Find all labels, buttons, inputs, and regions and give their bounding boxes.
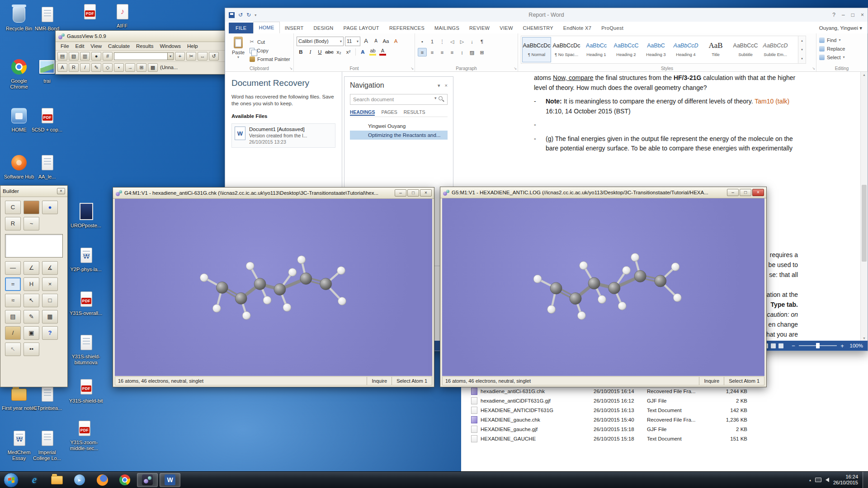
font-size-select[interactable]: 11▾ [345,37,360,46]
paragraph-button[interactable]: • [418,37,427,46]
cut-icon[interactable]: ✂ [186,52,196,61]
delete-atom-tool[interactable]: × [42,277,58,291]
half-select-tool[interactable]: ▣ [24,326,39,340]
desktop-icon-y31s-overall[interactable]: PDFY31S-overall... [69,290,103,316]
search-input[interactable] [350,94,448,105]
alignment-button[interactable]: ≡ [438,48,447,56]
ribbon-tab[interactable]: PAGE LAYOUT [339,23,384,33]
fragment-combo[interactable]: ▾ [114,52,174,60]
ring-tool-icon[interactable]: ◇ [103,63,113,72]
start-button[interactable] [4,473,19,488]
add-hydrogen-tool[interactable]: H [24,277,39,291]
inquire-mode[interactable]: Inquire [367,377,392,385]
minimize-button[interactable]: – [842,12,845,18]
ribbon-tab[interactable]: DESIGN [309,23,339,33]
zoom-out-button[interactable]: − [790,343,797,349]
file-row[interactable]: HEXADIENE_gauche.chk 26/10/2015 15:40 Re… [461,415,868,424]
file-row[interactable]: HEXADIENE_gauche.gjf 26/10/2015 15:18 GJ… [461,424,868,434]
capture-icon[interactable]: # [103,52,113,61]
style-item[interactable]: AaBbC Heading 3 [642,37,670,62]
close-button[interactable]: × [861,12,864,18]
sweep-tool[interactable]: ≈ [5,294,21,307]
paragraph-button[interactable]: ¶ [477,37,486,46]
chart-tool[interactable]: ▦ [42,310,58,324]
clipboard-dialog-launcher[interactable]: ↘ [289,66,292,70]
style-item[interactable]: AaBbCcC Subtitle [731,37,760,62]
styles-dialog-launcher[interactable]: ↘ [812,66,815,70]
taskbar-gaussview[interactable] [137,473,158,487]
ribbon-tab[interactable]: FILE [229,23,253,33]
ribbon-tab[interactable]: CHEMISTRY [518,23,558,33]
tray-keyboard-icon[interactable] [815,478,821,482]
link-fragment-tool[interactable]: ~ [24,217,39,230]
scrollbar-thumb[interactable] [862,185,867,262]
text-effects-button[interactable]: A [359,48,367,56]
paragraph-button[interactable]: 1 [428,37,437,46]
tray-volume-icon[interactable] [826,478,829,482]
minimize-button[interactable]: – [395,189,406,197]
nav-options-icon[interactable]: ▾ [438,83,440,89]
maximize-button[interactable]: □ [740,189,751,196]
font-family-select[interactable]: Calibri (Body)▾ [297,37,344,46]
taskbar-firefox[interactable] [92,473,113,487]
cut-button[interactable]: ✂Cut [249,38,291,46]
editing-command[interactable]: Find▾ [819,36,864,44]
style-item[interactable]: AaBbCcDc ¶ No Spac... [552,37,581,62]
zoom-slider-thumb[interactable] [816,343,820,348]
close-button[interactable]: × [752,189,764,196]
inquire-mode[interactable]: Inquire [699,377,724,385]
paragraph-button[interactable]: ▷ [458,37,467,46]
clean-tool[interactable]: / [5,326,21,340]
titlebar[interactable]: G5:M1:V1 - HEXADIENE_ANTIC.LOG (//icnas2… [440,187,766,198]
taskbar-clock[interactable]: 16:24 26/10/2015 [833,474,860,486]
menu-item[interactable]: File [57,42,72,50]
titlebar[interactable]: Builder × [0,186,67,197]
web-layout-icon[interactable] [778,343,783,348]
alignment-button[interactable]: ↕ [458,48,467,56]
ribbon-tab[interactable]: VIEW [495,23,518,33]
vector-icon[interactable]: → [125,63,135,72]
font-dialog-launcher[interactable]: ↘ [410,66,414,70]
desktop-icon-urop-poster[interactable]: UROPposte... [69,202,103,229]
adjust-tool[interactable]: ✎ [24,310,39,324]
style-item[interactable]: AaBbCcD Heading 4 [671,37,700,62]
change-case-button[interactable]: Aa [382,37,390,46]
ribbon-tab[interactable]: HOME [253,22,279,33]
file-row[interactable]: hexadiene_antiCiDFT631G.gjf 26/10/2015 1… [461,396,868,405]
pointer-tool[interactable]: ↖ [24,294,39,307]
r-group-icon[interactable]: R [69,63,79,72]
preview-icon[interactable]: ● [91,52,101,61]
font-effect-button[interactable]: x² [344,48,353,56]
desktop-icon-pdf-file[interactable]: PDF [72,3,107,23]
nav-tab[interactable]: PAGES [381,109,397,115]
copy-button[interactable]: Copy [249,46,291,55]
font-effect-button[interactable]: I [306,48,315,56]
nav-tab[interactable]: HEADINGS [350,109,375,115]
taskbar-explorer[interactable] [47,473,67,487]
undo-icon[interactable]: ↺ [238,12,243,18]
r-group-fragment-tool[interactable]: R [5,217,21,230]
desktop-icon-aiff[interactable]: ♪AIFF [105,3,139,29]
desktop-icon-imperial-college[interactable]: Imperial College Lo... [30,429,64,461]
account-name[interactable]: Ouyang, Yingwei ▾ [819,25,862,31]
taskbar-word[interactable]: W [160,473,180,487]
titlebar[interactable]: G4:M1:V1 - hexadiene_antiCi-631G.chk (\\… [113,188,434,199]
shrink-font-button[interactable]: A [372,37,380,46]
file-row[interactable]: HEXADIENE_ANTICIDFT631G 26/10/2015 16:13… [461,405,868,415]
close-button[interactable]: × [420,189,432,197]
alignment-button[interactable]: ⊞ [477,48,486,56]
paragraph-button[interactable]: ◁ [448,37,457,46]
desktop-icon-nmr-bond[interactable]: NMR-Bond [30,5,64,32]
new-file-icon[interactable]: ▤ [57,52,67,61]
desktop-icon-y31s-shield-bitumnova[interactable]: Y31S-shield-bitumnova [69,333,103,366]
tray-expand-icon[interactable]: ▴ [809,478,811,482]
clear-formatting-button[interactable]: A [392,37,400,46]
grid-icon[interactable]: ⊞ [137,63,146,72]
file-row[interactable]: HEXADIENE_GAUCHE 26/10/2015 15:18 Text D… [461,434,868,443]
redo-icon[interactable]: ↻ [246,12,251,18]
move-icon[interactable]: ↔ [198,52,208,61]
ribbon-tab[interactable]: EndNote X7 [558,23,596,33]
font-color-button[interactable]: A [378,48,387,56]
ring-fragment-tool[interactable] [24,201,39,214]
titlebar[interactable]: ↺ ↻ ▾ Report - Word ? – □ × [225,8,868,22]
